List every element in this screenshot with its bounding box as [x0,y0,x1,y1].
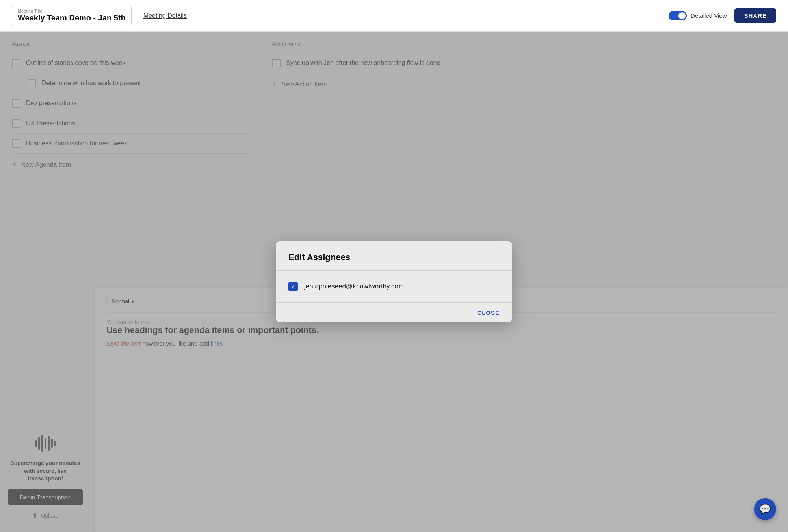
assignee-row: jen.appleseed@knowtworthy.com [288,282,500,291]
modal-body: jen.appleseed@knowtworthy.com [276,271,512,302]
assignee-email: jen.appleseed@knowtworthy.com [304,283,404,290]
header-right: Detailed View SHARE [669,8,776,23]
meeting-title-label: Meeting Title [18,9,126,13]
share-button[interactable]: SHARE [734,8,776,23]
modal-footer: CLOSE [276,303,512,322]
edit-assignees-modal: Edit Assignees jen.appleseed@knowtworthy… [276,241,512,322]
header: Meeting Title Weekly Team Demo - Jan 5th… [0,0,788,32]
meeting-title-value: Weekly Team Demo - Jan 5th [18,13,126,22]
modal-title: Edit Assignees [288,252,350,262]
modal-header: Edit Assignees [276,241,512,270]
modal-close-button[interactable]: CLOSE [477,309,500,316]
meeting-title-group[interactable]: Meeting Title Weekly Team Demo - Jan 5th [12,6,132,25]
detailed-view-toggle[interactable] [669,11,687,20]
toggle-group: Detailed View [669,11,727,20]
detailed-view-label: Detailed View [691,12,727,19]
assignee-checkbox[interactable] [288,282,298,291]
main-content: Agenda Outline of stories covered this w… [0,32,788,532]
chat-icon: 💬 [759,504,771,515]
chat-widget[interactable]: 💬 [754,498,776,520]
meeting-details-link[interactable]: Meeting Details [143,12,187,19]
